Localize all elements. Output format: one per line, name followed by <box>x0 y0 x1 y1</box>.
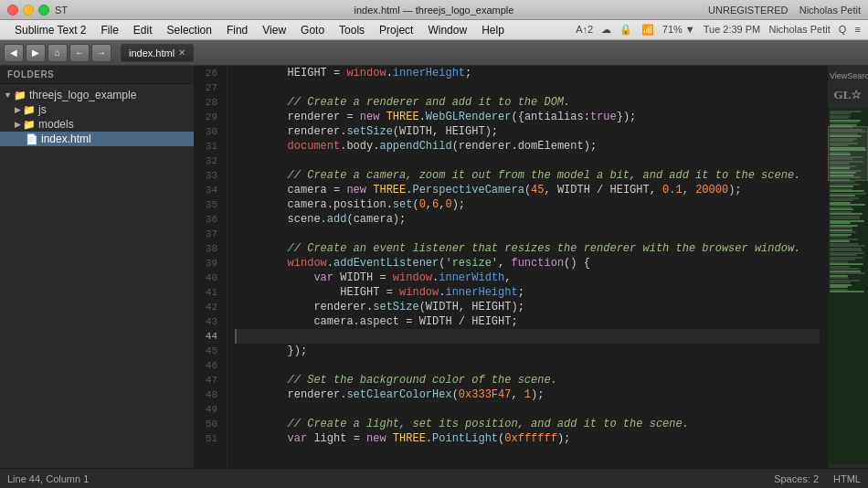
menu-goto[interactable]: Goto <box>293 22 332 38</box>
line-number-49: 49 <box>195 402 223 417</box>
window-controls[interactable] <box>7 5 49 16</box>
line-number-46: 46 <box>195 358 223 373</box>
code-line-42: renderer.setSize(WIDTH, HEIGHT); <box>235 300 820 314</box>
code-line-50: // Create a light, set its position, and… <box>235 417 820 431</box>
statusbar: Line 44, Column 1 Spaces: 2 HTML <box>0 468 868 488</box>
line-number-30: 30 <box>195 124 223 139</box>
code-area[interactable]: 2627282930313233343536373839404142434445… <box>195 66 827 468</box>
app-icon: ST <box>55 5 68 16</box>
tree-arrow-js-icon: ▶ <box>15 105 21 114</box>
tree-item-index-html[interactable]: 📄 index.html <box>0 132 194 146</box>
menubar-right-info: A↑2 ☁ 🔒 📶 71% ▼ Tue 2:39 PM Nicholas Pet… <box>576 24 861 36</box>
code-line-44 <box>235 329 820 344</box>
line-numbers: 2627282930313233343536373839404142434445… <box>195 66 228 468</box>
tree-item-js[interactable]: ▶ 📁 js <box>0 102 194 117</box>
line-number-37: 37 <box>195 227 223 241</box>
tree-item-root[interactable]: ▼ 📁 threejs_logo_example <box>0 88 194 102</box>
tree-arrow-icon: ▼ <box>4 90 12 100</box>
window-title: index.html — threejs_logo_example <box>355 5 514 16</box>
minimap[interactable] <box>828 108 868 464</box>
maximize-button[interactable] <box>38 5 49 16</box>
tree-label-models: models <box>38 118 74 131</box>
code-line-48: renderer.setClearColorHex(0x333F47, 1); <box>235 387 820 402</box>
menu-file[interactable]: File <box>94 22 126 38</box>
menu-sublime-text[interactable]: Sublime Text 2 <box>7 22 94 38</box>
menu-tools[interactable]: Tools <box>332 22 372 38</box>
code-content[interactable]: HEIGHT = window.innerHeight; // Create a… <box>228 66 827 468</box>
search-label[interactable]: Search <box>847 71 868 80</box>
line-number-45: 45 <box>195 344 223 358</box>
statusbar-right: Spaces: 2 HTML <box>774 473 861 484</box>
forward-button[interactable]: ▶ <box>26 44 46 62</box>
html-file-icon: 📄 <box>26 133 38 145</box>
code-line-36: scene.add(camera); <box>235 212 820 227</box>
line-number-39: 39 <box>195 256 223 271</box>
line-number-32: 32 <box>195 154 223 168</box>
menu-project[interactable]: Project <box>372 22 420 38</box>
menu-find[interactable]: Find <box>219 22 255 38</box>
line-number-47: 47 <box>195 373 223 387</box>
back-button[interactable]: ◀ <box>4 44 24 62</box>
code-line-26: HEIGHT = window.innerHeight; <box>235 66 820 80</box>
line-number-43: 43 <box>195 314 223 329</box>
close-button[interactable] <box>7 5 18 16</box>
code-line-31: document.body.appendChild(renderer.domEl… <box>235 139 820 154</box>
code-line-45: }); <box>235 344 820 358</box>
menu-selection[interactable]: Selection <box>160 22 219 38</box>
code-line-41: HEIGHT = window.innerHeight; <box>235 285 820 300</box>
code-editor[interactable]: 2627282930313233343536373839404142434445… <box>195 66 827 468</box>
minimap-viewport[interactable] <box>828 126 868 181</box>
menu-help[interactable]: Help <box>474 22 512 38</box>
folder-tree: ▼ 📁 threejs_logo_example ▶ 📁 js ▶ 📁 mode… <box>0 84 194 468</box>
tree-label-js: js <box>38 103 47 116</box>
code-line-28: // Create a renderer and add it to the D… <box>235 95 820 110</box>
line-number-42: 42 <box>195 300 223 314</box>
line-number-36: 36 <box>195 212 223 227</box>
code-line-27 <box>235 80 820 95</box>
line-number-34: 34 <box>195 183 223 197</box>
code-line-51: var light = new THREE.PointLight(0xfffff… <box>235 431 820 446</box>
view-label[interactable]: View <box>830 71 847 80</box>
menu-view[interactable]: View <box>255 22 293 38</box>
toolbar: ◀ ▶ ⌂ ← → index.html ✕ <box>0 40 868 66</box>
tree-item-models[interactable]: ▶ 📁 models <box>0 117 194 132</box>
menubar: Sublime Text 2 File Edit Selection Find … <box>0 20 868 40</box>
line-number-50: 50 <box>195 417 223 431</box>
code-line-40: var WIDTH = window.innerWidth, <box>235 271 820 285</box>
line-number-48: 48 <box>195 387 223 402</box>
line-number-51: 51 <box>195 431 223 446</box>
code-line-34: camera = new THREE.PerspectiveCamera(45,… <box>235 183 820 197</box>
right-panel-header: View Search <box>828 69 868 82</box>
line-number-28: 28 <box>195 95 223 110</box>
sidebar: FOLDERS ▼ 📁 threejs_logo_example ▶ 📁 js … <box>0 66 195 468</box>
titlebar-right: UNREGISTERED Nicholas Petit <box>708 5 861 16</box>
line-number-40: 40 <box>195 271 223 285</box>
home-button[interactable]: ⌂ <box>48 44 68 62</box>
tree-label-index-html: index.html <box>41 133 91 145</box>
nav-back-button[interactable]: ← <box>69 44 90 62</box>
tree-label-root: threejs_logo_example <box>29 89 136 101</box>
line-number-41: 41 <box>195 285 223 300</box>
menu-window[interactable]: Window <box>420 22 474 38</box>
js-folder-icon: 📁 <box>23 104 36 116</box>
line-number-29: 29 <box>195 110 223 124</box>
line-number-44: 44 <box>195 329 223 344</box>
menu-edit[interactable]: Edit <box>126 22 160 38</box>
sidebar-header: FOLDERS <box>0 66 194 84</box>
tab-close-icon[interactable]: ✕ <box>178 48 185 58</box>
cursor-position: Line 44, Column 1 <box>7 473 89 484</box>
main-layout: FOLDERS ▼ 📁 threejs_logo_example ▶ 📁 js … <box>0 66 868 468</box>
gl-badge: GL☆ <box>834 88 863 102</box>
user-label: Nicholas Petit <box>799 5 861 16</box>
unregistered-label: UNREGISTERED <box>708 5 788 16</box>
tab-index-html[interactable]: index.html ✕ <box>121 44 194 62</box>
code-line-43: camera.aspect = WIDTH / HEIGHT; <box>235 314 820 329</box>
titlebar: ST index.html — threejs_logo_example UNR… <box>0 0 868 20</box>
code-line-30: renderer.setSize(WIDTH, HEIGHT); <box>235 124 820 139</box>
nav-forward-button[interactable]: → <box>91 44 111 62</box>
models-folder-icon: 📁 <box>23 119 36 131</box>
line-number-26: 26 <box>195 66 223 80</box>
line-number-27: 27 <box>195 80 223 95</box>
minimize-button[interactable] <box>23 5 34 16</box>
line-number-38: 38 <box>195 241 223 256</box>
